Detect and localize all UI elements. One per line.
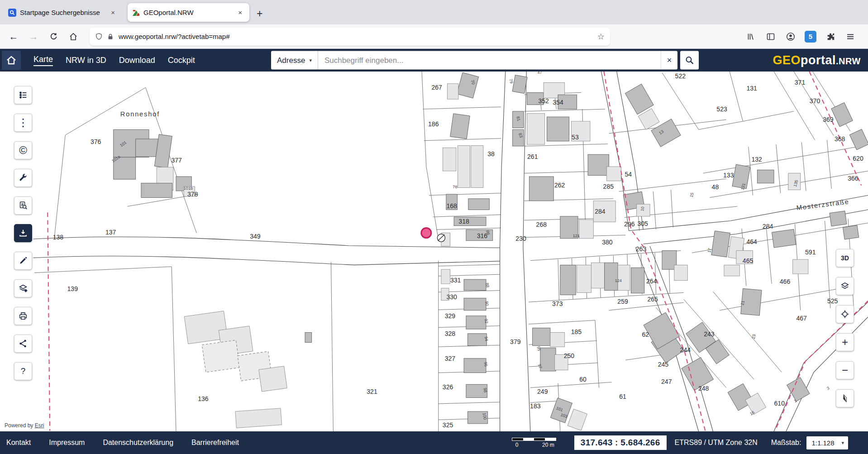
compass-icon bbox=[839, 392, 851, 404]
new-tab-button[interactable]: + bbox=[257, 9, 262, 19]
menu-button[interactable] bbox=[843, 29, 858, 44]
logo-geo: GEO bbox=[773, 53, 801, 67]
house-number-label: 101b bbox=[184, 186, 193, 191]
bookmark-star-icon[interactable]: ☆ bbox=[597, 32, 605, 42]
share-icon bbox=[18, 339, 28, 349]
extensions-button[interactable] bbox=[823, 29, 838, 44]
nav-download[interactable]: Download bbox=[119, 56, 155, 65]
nav-nrw-3d[interactable]: NRW in 3D bbox=[66, 56, 106, 65]
footer-bar: Kontakt Impressum Datenschutzerklärung B… bbox=[0, 431, 868, 454]
footer-link-kontakt[interactable]: Kontakt bbox=[6, 439, 31, 447]
reload-button[interactable] bbox=[45, 29, 62, 45]
parcel-label: 183 bbox=[530, 402, 541, 410]
tab-startpage[interactable]: Startpage Suchergebnisse × bbox=[4, 3, 122, 22]
search-icon bbox=[685, 55, 695, 65]
search-input[interactable] bbox=[318, 51, 661, 70]
footer-link-barrierefreiheit[interactable]: Barrierefreiheit bbox=[191, 439, 239, 447]
search-submit-button[interactable] bbox=[680, 51, 699, 70]
coordinate-display: 317.643 : 5.684.266 bbox=[574, 435, 667, 450]
tools-button[interactable] bbox=[14, 169, 32, 187]
forward-button[interactable]: → bbox=[25, 29, 42, 45]
compass-button[interactable] bbox=[836, 389, 854, 407]
feature-info-icon bbox=[18, 201, 28, 210]
house-number-label: 92 bbox=[484, 319, 489, 324]
geoportal-logo[interactable]: GEOportal.NRW bbox=[773, 53, 861, 67]
url-bar[interactable]: www.geoportal.nrw/?activetab=map# ☆ bbox=[90, 28, 610, 46]
print-button[interactable] bbox=[14, 307, 32, 325]
map-controls: 3D + − bbox=[836, 249, 854, 407]
parcel-label: 305 bbox=[637, 220, 648, 227]
parcel-label: 60 bbox=[579, 376, 587, 383]
layer-settings-button[interactable] bbox=[14, 279, 32, 297]
share-button[interactable] bbox=[14, 335, 32, 353]
parcel-label: 137 bbox=[105, 229, 116, 236]
tab-close-icon[interactable]: × bbox=[235, 8, 245, 17]
house-number-label: 121 bbox=[573, 234, 580, 238]
parcel-label: 244 bbox=[680, 346, 691, 354]
parcel-label: 354 bbox=[553, 99, 563, 106]
map-attribution: Powered by Esri bbox=[5, 422, 44, 429]
account-button[interactable] bbox=[783, 29, 798, 44]
parcel-label: 369 bbox=[823, 116, 834, 123]
geoportal-favicon bbox=[132, 9, 140, 16]
download-button[interactable] bbox=[14, 224, 32, 242]
parcel-label: 467 bbox=[796, 315, 807, 322]
home-button[interactable] bbox=[65, 29, 81, 45]
library-button[interactable] bbox=[743, 29, 758, 44]
sidebar-toggle-button[interactable] bbox=[763, 29, 778, 44]
parcel-label: 262 bbox=[554, 182, 565, 189]
parcel-label: 261 bbox=[527, 153, 538, 160]
parcel-label: 53 bbox=[572, 134, 579, 141]
search-clear-button[interactable]: × bbox=[661, 51, 677, 70]
extension-badge-button[interactable]: 5 bbox=[803, 29, 818, 44]
parcel-label: 376 bbox=[91, 138, 101, 145]
crosshair-icon bbox=[839, 308, 851, 320]
parcel-label: 132 bbox=[751, 156, 762, 163]
parcel-label: 284 bbox=[595, 208, 606, 215]
browser-toolbar: ← → www.geoportal.nrw/?activetab=map# ☆ bbox=[0, 24, 868, 49]
esri-link[interactable]: Esri bbox=[35, 422, 44, 429]
parcel-label: 250 bbox=[564, 352, 575, 359]
scale-select[interactable]: 1:1.128 ▾ bbox=[806, 436, 848, 449]
tab-close-icon[interactable]: × bbox=[108, 8, 118, 17]
locate-button[interactable] bbox=[836, 305, 854, 323]
measure-3d-button[interactable]: 3D bbox=[836, 249, 854, 267]
parcel-label: 248 bbox=[698, 385, 709, 392]
layers-button[interactable] bbox=[836, 277, 854, 295]
draw-button[interactable] bbox=[14, 252, 32, 270]
copyright-button[interactable]: © bbox=[14, 141, 32, 159]
more-tools-button[interactable]: ⋮ bbox=[14, 114, 32, 132]
parcel-label: 373 bbox=[552, 300, 563, 307]
back-button[interactable]: ← bbox=[5, 29, 22, 45]
parcel-label: 249 bbox=[537, 388, 548, 395]
legend-button[interactable] bbox=[14, 86, 32, 104]
search-group: Adresse ▾ × bbox=[271, 51, 699, 70]
footer-link-datenschutz[interactable]: Datenschutzerklärung bbox=[103, 439, 173, 447]
parcel-label: 523 bbox=[716, 105, 727, 113]
scale-bar-zero: 0 bbox=[515, 442, 519, 448]
parcel-label: 328 bbox=[445, 330, 456, 337]
parcel-label: 54 bbox=[625, 171, 632, 178]
house-number-label: 17 bbox=[707, 248, 712, 253]
search-category-dropdown[interactable]: Adresse ▾ bbox=[271, 51, 318, 70]
footer-link-impressum[interactable]: Impressum bbox=[49, 439, 85, 447]
nav-karte[interactable]: Karte bbox=[33, 55, 53, 66]
scale-value: 1:1.128 bbox=[811, 439, 834, 447]
crs-label: ETRS89 / UTM Zone 32N bbox=[675, 439, 758, 447]
app-home-button[interactable] bbox=[2, 51, 21, 70]
parcel-label: 321 bbox=[367, 388, 377, 395]
nav-cockpit[interactable]: Cockpit bbox=[168, 56, 195, 65]
map-canvas[interactable]: 2671863816831831637637737834913713813913… bbox=[0, 72, 868, 431]
zoom-out-button[interactable]: − bbox=[836, 361, 854, 379]
toolbar-right-icons: 5 bbox=[743, 29, 858, 44]
feature-info-button[interactable] bbox=[14, 196, 32, 215]
lock-icon bbox=[107, 33, 114, 41]
help-button[interactable]: ? bbox=[14, 362, 32, 380]
parcel-label: 610 bbox=[774, 400, 785, 407]
parcel-label: 136 bbox=[198, 395, 209, 402]
search-result-marker[interactable] bbox=[421, 228, 431, 238]
house-number-label: 88 bbox=[485, 282, 490, 288]
tab-geoportal[interactable]: GEOportal.NRW × bbox=[128, 3, 249, 22]
layers-icon bbox=[839, 281, 850, 292]
zoom-in-button[interactable]: + bbox=[836, 333, 854, 351]
